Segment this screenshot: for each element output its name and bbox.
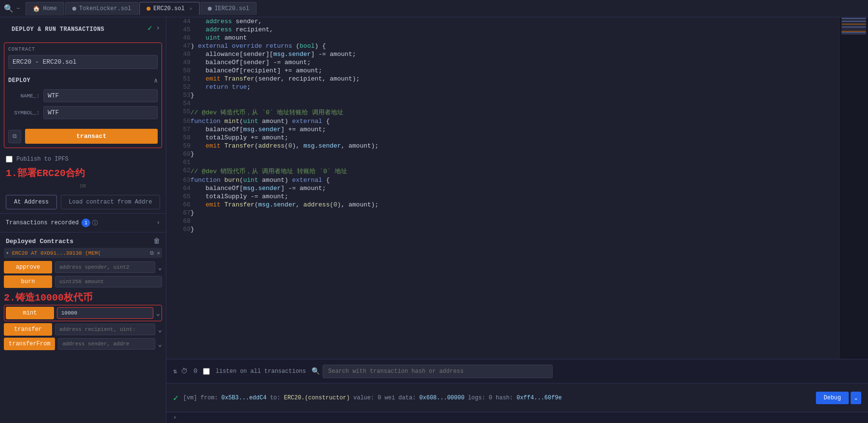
- code-line-63: 63 function burn(uint amount) external {: [166, 176, 839, 184]
- transferfrom-button[interactable]: transferFrom: [4, 338, 55, 350]
- burn-button[interactable]: burn: [4, 275, 52, 288]
- code-content-63: function burn(uint amount) external {: [190, 176, 839, 184]
- deploy-label: DEPLOY: [8, 77, 30, 84]
- line-num-45: 45: [166, 26, 190, 34]
- code-content-65: totalSupply -= amount;: [190, 192, 839, 201]
- minimap-line: [841, 19, 866, 20]
- code-content-45: address recipient,: [190, 26, 839, 34]
- load-contract-button[interactable]: Load contract from Addre: [61, 195, 160, 209]
- code-editor-container: 44 address sender, 45 address recipient,: [166, 17, 868, 359]
- instance-name: ERC20 AT 0XD91...39138 (MEM(: [12, 250, 148, 256]
- code-line-69: 69 }: [166, 225, 839, 233]
- info-icon: ⓘ: [92, 219, 98, 227]
- home-icon: 🏠: [33, 5, 40, 13]
- code-content-47: ) external override returns (bool) {: [190, 42, 839, 50]
- mint-chevron-icon[interactable]: ⌄: [156, 309, 160, 317]
- listen-label: listen on all transactions: [216, 368, 306, 375]
- line-num-49: 49: [166, 58, 190, 67]
- transactions-chevron-icon[interactable]: ›: [157, 219, 160, 226]
- code-line-52: 52 return true;: [166, 83, 839, 91]
- left-panel: DEPLOY & RUN TRANSACTIONS ✓ › CONTRACT E…: [0, 17, 166, 423]
- filter-icon[interactable]: ⇅: [173, 367, 177, 375]
- zoom-controls: 🔍 −: [4, 4, 20, 14]
- line-num-59: 59: [166, 142, 190, 150]
- tab-erc20[interactable]: ERC20.sol ✕: [139, 2, 200, 15]
- code-content-67: }: [190, 209, 839, 217]
- code-table: 44 address sender, 45 address recipient,: [166, 17, 839, 233]
- at-address-button[interactable]: At Address: [6, 195, 57, 209]
- debug-chevron-icon[interactable]: ⌄: [851, 392, 861, 404]
- name-label: NAME_:: [8, 93, 40, 99]
- contract-select[interactable]: ERC20 - ERC20.sol: [8, 55, 158, 69]
- minimap-line: [841, 25, 866, 26]
- chevron-right-icon[interactable]: ›: [156, 24, 160, 32]
- minimap-line: [841, 31, 866, 32]
- function-row-approve: approve ⌄: [4, 261, 162, 273]
- tab-home[interactable]: 🏠 Home: [26, 2, 64, 15]
- name-input[interactable]: [43, 89, 158, 102]
- tx-success-icon: ✓: [173, 393, 178, 403]
- code-line-67: 67 }: [166, 209, 839, 217]
- status-chevron-icon[interactable]: ›: [173, 414, 176, 421]
- code-content-57: balanceOf[msg.sender] += amount;: [190, 125, 839, 134]
- symbol-field-row: SYMBOL_:: [8, 106, 158, 119]
- code-content-44: address sender,: [190, 17, 839, 26]
- transfer-input[interactable]: [55, 324, 155, 335]
- instance-chevron-icon[interactable]: ▾: [6, 250, 9, 256]
- minimap-line: [841, 29, 866, 30]
- main-layout: DEPLOY & RUN TRANSACTIONS ✓ › CONTRACT E…: [0, 17, 868, 423]
- code-area[interactable]: 44 address sender, 45 address recipient,: [166, 17, 839, 359]
- instance-copy-icon[interactable]: ⧉: [150, 250, 154, 256]
- mint-input[interactable]: [57, 307, 153, 319]
- bottom-section: ⇅ ⏱ 0 listen on all transactions 🔍 ✓: [166, 359, 868, 423]
- trash-icon[interactable]: 🗑: [153, 237, 160, 245]
- symbol-label: SYMBOL_:: [8, 110, 40, 116]
- transferfrom-input[interactable]: [58, 338, 155, 350]
- listen-checkbox[interactable]: [203, 368, 210, 375]
- function-row-transferfrom: transferFrom ⌄: [4, 338, 162, 350]
- minimap-line: [841, 18, 866, 19]
- tx-data-hash: 0x608...00000: [420, 395, 465, 401]
- app-container: 🔍 − 🏠 Home TokenLocker.sol ERC20.sol ✕ I…: [0, 0, 868, 423]
- tx-from-addr: 0x5B3...eddC4: [221, 395, 267, 401]
- transact-button[interactable]: transact: [25, 129, 158, 144]
- zoom-in-icon[interactable]: −: [16, 5, 20, 12]
- minimap-line: [841, 27, 866, 27]
- search-input[interactable]: [323, 365, 553, 378]
- deployed-header: Deployed Contracts 🗑: [0, 232, 166, 248]
- burn-input[interactable]: [55, 276, 162, 287]
- debug-button[interactable]: Debug: [816, 392, 849, 404]
- tab-ierc20[interactable]: IERC20.sol: [201, 2, 257, 15]
- transferfrom-chevron-icon[interactable]: ⌄: [158, 340, 162, 348]
- minimap-line: [841, 22, 866, 23]
- code-line-58: 58 totalSupply += amount;: [166, 134, 839, 142]
- chevron-up-icon[interactable]: ∧: [154, 77, 158, 84]
- tx-to-prefix: to:: [270, 395, 284, 401]
- approve-input[interactable]: [55, 261, 155, 273]
- code-content-52: return true;: [190, 83, 839, 91]
- transfer-button[interactable]: transfer: [4, 323, 52, 336]
- tab-tokenlocker[interactable]: TokenLocker.sol: [65, 2, 138, 15]
- transfer-chevron-icon[interactable]: ⌄: [158, 326, 162, 334]
- instance-close-icon[interactable]: ✕: [157, 250, 160, 256]
- zoom-out-icon[interactable]: 🔍: [4, 4, 14, 14]
- clock-icon[interactable]: ⏱: [181, 368, 188, 375]
- copy-icon[interactable]: ⧉: [8, 130, 21, 143]
- publish-checkbox[interactable]: [6, 156, 13, 163]
- code-line-49: 49 balanceOf[sender] -= amount;: [166, 58, 839, 67]
- code-line-56: 56 function mint(uint amount) external {: [166, 117, 839, 125]
- mint-button[interactable]: mint: [6, 307, 54, 319]
- panel-title: DEPLOY & RUN TRANSACTIONS: [6, 21, 110, 35]
- contract-label: CONTRACT: [8, 47, 158, 52]
- code-content-62: // @dev 销毁代币，从 调用者地址 转账给 `0` 地址: [190, 166, 839, 176]
- symbol-input[interactable]: [43, 106, 158, 119]
- approve-chevron-icon[interactable]: ⌄: [158, 263, 162, 272]
- erc20-close-icon[interactable]: ✕: [190, 6, 192, 12]
- publish-label: Publish to IPFS: [16, 156, 68, 163]
- code-line-53: 53 }: [166, 91, 839, 99]
- line-num-58: 58: [166, 134, 190, 142]
- code-content-56: function mint(uint amount) external {: [190, 117, 839, 125]
- search-icon: 🔍: [312, 367, 320, 375]
- annotation-deploy: 1.部署ERC20合约: [6, 168, 85, 179]
- approve-button[interactable]: approve: [4, 261, 52, 273]
